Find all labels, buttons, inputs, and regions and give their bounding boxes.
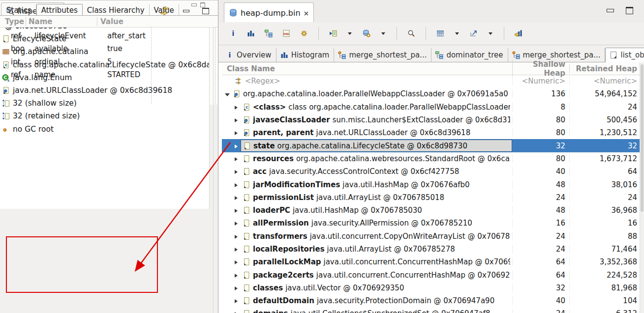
class-name-content: transformersjava.util.concurrent.CopyOnW…: [241, 230, 512, 242]
search-icon[interactable]: [405, 28, 417, 39]
collapse-arrow-icon[interactable]: [235, 167, 241, 176]
column-header-type[interactable]: Type: [0, 17, 26, 26]
tab-dominator-tree[interactable]: dominator_tree: [431, 48, 508, 62]
export-icon[interactable]: [468, 28, 480, 39]
field-name: acc: [253, 167, 267, 176]
column-header-retained-heap[interactable]: Retained Heap: [569, 64, 641, 73]
tree-row[interactable]: c<class>class org.apache.catalina.loader…: [222, 101, 641, 114]
class-name-text: javaseClassLoadersun.misc.Launcher$ExtCl…: [253, 115, 510, 124]
column-header-class-name[interactable]: Class Name: [222, 64, 512, 73]
tree-filter-row[interactable]: <Regex><Numeric><Numeric>: [222, 75, 641, 87]
tree-row[interactable]: jarModificationTimesjava.util.HashMap @ …: [222, 178, 641, 191]
collapse-arrow-icon[interactable]: [235, 271, 241, 280]
chevron-down-icon[interactable]: [455, 32, 459, 35]
collapse-arrow-icon[interactable]: [235, 128, 241, 137]
class-name-cell: allPermissionjava.security.AllPermission…: [222, 217, 512, 229]
calculator-icon[interactable]: [434, 28, 446, 39]
attribute-row[interactable]: booavailabletrue: [0, 42, 218, 55]
class-name-text: loaderPCjava.util.HashMap @ 0x706785030: [253, 206, 422, 215]
inspector-item[interactable]: java.net.URLClassLoader @ 0x6c8d39618: [0, 84, 209, 97]
tree-row[interactable]: loaderPCjava.util.HashMap @ 0x7067850304…: [222, 204, 641, 217]
collapse-arrow-icon[interactable]: [235, 257, 241, 266]
attribute-row[interactable]: reflifecycleEventafter_start: [0, 29, 218, 42]
attribute-row[interactable]: intordinal5: [0, 56, 218, 68]
minimize-icon[interactable]: [191, 3, 197, 6]
tree-row[interactable]: stateorg.apache.catalina.LifecycleState …: [222, 139, 641, 152]
collapse-arrow-icon[interactable]: [235, 103, 241, 112]
collapse-arrow-icon[interactable]: [235, 180, 241, 189]
collapse-arrow-icon[interactable]: [235, 206, 241, 215]
scrollbar-thumb[interactable]: [641, 64, 644, 212]
tab-merge-shortest-pa[interactable]: merge_shortest_pa...: [334, 48, 431, 62]
oql-icon[interactable]: OQL: [280, 28, 292, 39]
column-header-value[interactable]: Value: [97, 17, 218, 26]
tab-statics[interactable]: Statics: [2, 4, 36, 16]
tab-class-hierarchy[interactable]: Class Hierarchy: [83, 4, 150, 16]
attribute-row[interactable]: refnameSTARTED: [0, 68, 218, 81]
tree-row[interactable]: org.apache.catalina.loader.ParallelWebap…: [222, 87, 641, 100]
tree-row[interactable]: domainsjava.util.Collections$Synchronize…: [222, 307, 641, 313]
tree-row[interactable]: parallelLockMapjava.util.concurrent.Conc…: [222, 256, 641, 268]
tab-value[interactable]: Value: [150, 4, 179, 16]
collapse-arrow-icon[interactable]: [235, 309, 241, 313]
retained-heap-cell: 88: [569, 232, 641, 241]
tree-row[interactable]: localRepositoriesjava.util.ArrayList @ 0…: [222, 243, 641, 256]
collapse-arrow-icon[interactable]: [235, 154, 241, 163]
inspector-item[interactable]: 32 (retained size): [0, 110, 209, 122]
class-name-text: <class>class org.apache.catalina.loader.…: [253, 103, 510, 112]
tree-row[interactable]: defaultDomainjava.security.ProtectionDom…: [222, 294, 641, 307]
classloader-icon: [2, 86, 10, 94]
maximize-icon[interactable]: [202, 8, 209, 14]
heap-editor-window: heap-dump.bin iOQL iOverviewHistogrammer…: [218, 0, 644, 313]
minimize-icon[interactable]: [607, 9, 614, 12]
compare-icon[interactable]: [513, 28, 524, 39]
tab-histogram[interactable]: Histogram: [276, 48, 335, 62]
histogram-icon[interactable]: [245, 28, 257, 39]
tree-row[interactable]: package2certsjava.util.concurrent.Concur…: [222, 268, 641, 281]
restore-icon[interactable]: [200, 2, 205, 7]
tree-row[interactable]: resourcesorg.apache.catalina.webresource…: [222, 152, 641, 165]
collapse-arrow-icon[interactable]: [235, 245, 241, 254]
tree-row[interactable]: javaseClassLoadersun.misc.Launcher$ExtCl…: [222, 114, 641, 126]
tab-heap-dump[interactable]: heap-dump.bin: [224, 2, 314, 23]
tab-overview[interactable]: iOverview: [222, 48, 276, 62]
class-name-text: domainsjava.util.Collections$Synchronize…: [253, 309, 491, 313]
object-description: java.util.HashMap @ 0x706785030: [293, 206, 422, 215]
collapse-arrow-icon[interactable]: [235, 193, 241, 202]
chevron-down-icon[interactable]: [489, 32, 492, 35]
shallow-heap-cell: 40: [512, 296, 569, 305]
svg-text:i: i: [232, 29, 235, 37]
expert-report-icon[interactable]: [327, 28, 339, 39]
maximize-icon[interactable]: [626, 7, 633, 14]
query-browser-icon[interactable]: [361, 28, 372, 39]
tree-row[interactable]: classesjava.util.Vector @ 0x706929350328…: [222, 282, 641, 294]
tree-row[interactable]: parent, parentjava.net.URLClassLoader @ …: [222, 126, 641, 139]
collapse-arrow-icon[interactable]: [235, 284, 241, 292]
inspector-item[interactable]: no GC root: [0, 123, 209, 136]
class-name-cell: defaultDomainjava.security.ProtectionDom…: [222, 294, 512, 307]
vertical-scrollbar[interactable]: [640, 62, 644, 313]
tab-attributes[interactable]: Attributes: [36, 4, 83, 16]
tree-row[interactable]: accjava.security.AccessControlContext @ …: [222, 165, 641, 178]
customize-gear-icon[interactable]: [298, 28, 310, 39]
dominator-tree-icon[interactable]: [263, 28, 275, 39]
collapse-arrow-icon[interactable]: [235, 115, 241, 124]
field-name: defaultDomain: [253, 296, 314, 305]
collapse-arrow-icon[interactable]: [235, 142, 241, 150]
collapse-arrow-icon[interactable]: [235, 219, 241, 228]
expand-arrow-icon[interactable]: [225, 89, 231, 98]
class-name-content: localRepositoriesjava.util.ArrayList @ 0…: [241, 244, 457, 255]
tree-row[interactable]: transformersjava.util.concurrent.CopyOnW…: [222, 230, 641, 243]
tab-list-objects-sel[interactable]: list_objects [sel...: [605, 48, 644, 62]
inspector-item[interactable]: 32 (shallow size): [0, 97, 209, 110]
chevron-down-icon[interactable]: [348, 32, 352, 35]
info-icon[interactable]: i: [227, 28, 239, 39]
tree-row[interactable]: allPermissionjava.security.AllPermission…: [222, 217, 641, 229]
close-icon[interactable]: [304, 8, 308, 18]
shallow-heap-cell: 64: [512, 257, 569, 266]
collapse-arrow-icon[interactable]: [235, 296, 241, 305]
tree-row[interactable]: permissionListjava.util.ArrayList @ 0x70…: [222, 191, 641, 204]
chevron-down-icon[interactable]: [381, 32, 385, 35]
collapse-arrow-icon[interactable]: [235, 232, 241, 241]
column-header-name[interactable]: Name: [26, 17, 97, 26]
